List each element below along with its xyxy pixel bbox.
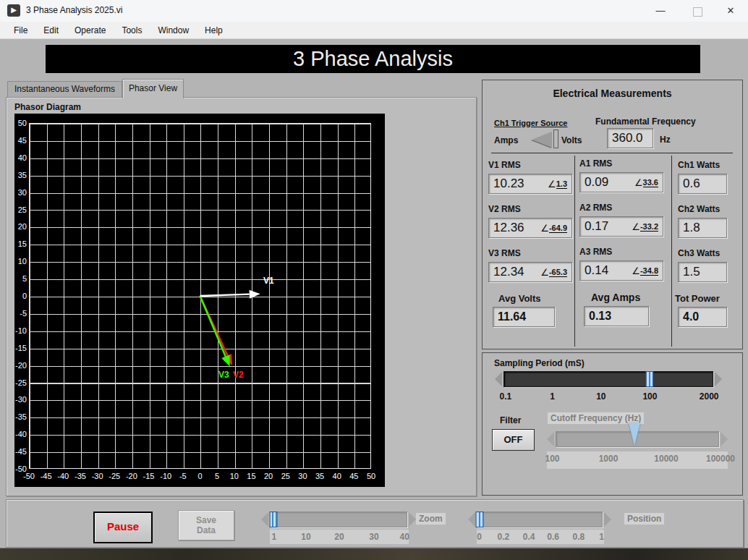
a1-rms-value: 0.09 ∠33.6 — [579, 172, 663, 192]
position-right-arrow-icon[interactable] — [604, 512, 611, 527]
y-tick-label: -15 — [14, 344, 27, 352]
cutoff-right-arrow-icon[interactable] — [721, 432, 728, 446]
zoom-right-arrow-icon[interactable] — [409, 512, 416, 527]
menu-window[interactable]: Window — [151, 24, 195, 37]
y-tick-label: -40 — [14, 430, 27, 438]
zoom-slider-handle[interactable] — [269, 512, 277, 527]
y-tick-label: 40 — [14, 153, 27, 162]
v3-rms-value: 12.34 ∠-65.3 — [488, 262, 572, 282]
position-left-arrow-icon[interactable] — [468, 512, 475, 527]
a2-rms-value: 0.17 ∠-33.2 — [579, 216, 663, 237]
angle-display: ∠1.3 — [548, 179, 567, 189]
trigger-amps-label: Amps — [494, 135, 518, 145]
tick-label: 20 — [334, 532, 344, 542]
tick-label: 10000 — [654, 454, 678, 464]
menu-operate[interactable]: Operate — [68, 24, 112, 37]
y-tick-label: 10 — [14, 257, 27, 266]
maximize-icon[interactable] — [693, 7, 702, 17]
y-tick-label: 45 — [14, 136, 27, 145]
sampling-slider-handle[interactable] — [646, 371, 654, 387]
v3-rms-label: V3 RMS — [488, 248, 521, 258]
y-tick-label: 0 — [14, 292, 27, 300]
v1-rms-value: 10.23 ∠1.3 — [488, 174, 572, 194]
zoom-slider-track[interactable] — [270, 512, 407, 527]
tick-label: 40 — [400, 532, 409, 542]
angle-display: ∠-64.9 — [540, 224, 567, 233]
tick-label: 2000 — [700, 391, 719, 402]
filter-off-button[interactable]: OFF — [492, 429, 535, 451]
cutoff-slider-track[interactable] — [556, 431, 719, 447]
zoom-label: Zoom — [416, 513, 446, 525]
trigger-source-label: Ch1 Trigger Source — [494, 119, 567, 127]
tab-phasor-view[interactable]: Phasor View — [122, 79, 184, 98]
filter-label: Filter — [500, 415, 521, 425]
sampling-left-arrow-icon[interactable] — [495, 372, 502, 386]
avg-volts-label: Avg Volts — [498, 293, 541, 304]
tick-label: 10 — [596, 391, 605, 402]
pause-button[interactable]: Pause — [93, 512, 153, 543]
tick-label: 0.2 — [498, 532, 510, 542]
title-bar: ▶ 3 Phase Analysis 2025.vi — ✕ — [0, 0, 748, 22]
tick-label: 1 — [599, 532, 604, 542]
y-tick-label: -35 — [14, 412, 27, 421]
angle-icon: ∠ — [540, 268, 549, 277]
y-tick-label: -20 — [14, 361, 27, 370]
save-data-button[interactable]: Save Data — [178, 510, 234, 540]
y-tick-label: -25 — [14, 378, 27, 387]
angle-icon: ∠ — [632, 267, 640, 276]
v1-rms-label: V1 RMS — [488, 160, 521, 170]
a2-rms-label: A2 RMS — [579, 203, 612, 213]
tab-instantaneous-waveforms[interactable]: Instantaneous Waveforms — [7, 81, 122, 98]
menu-edit[interactable]: Edit — [37, 24, 65, 37]
y-tick-label: -45 — [14, 447, 27, 456]
close-icon[interactable]: ✕ — [715, 0, 747, 22]
phasor-v1-label: V1 — [263, 276, 274, 286]
footer-bar: Pause Save Data 110203040 Zoom 00.20.40.… — [6, 499, 744, 548]
divider — [671, 156, 672, 347]
labview-app-icon: ▶ — [7, 4, 20, 17]
position-slider-track[interactable] — [477, 512, 603, 527]
tick-label: 0.6 — [547, 532, 559, 542]
phasor-v3-vector — [200, 296, 226, 357]
phasor-v2-label: V2 — [233, 370, 244, 380]
y-tick-label: -10 — [14, 326, 27, 335]
phasor-v1-arrowhead-icon — [250, 290, 260, 299]
menu-help[interactable]: Help — [198, 24, 229, 37]
tick-label: 0.8 — [572, 532, 585, 542]
v2-rms-label: V2 RMS — [488, 204, 521, 214]
tick-label: 0.1 — [500, 391, 512, 402]
position-slider-handle[interactable] — [476, 512, 484, 527]
cutoff-slider-handle[interactable] — [629, 423, 640, 446]
x-tick-label: 50 — [361, 472, 381, 480]
y-tick-label: 35 — [14, 171, 27, 179]
tick-label: 10 — [301, 532, 310, 542]
a3-rms-value: 0.14 ∠-34.8 — [579, 260, 663, 281]
ch3-watts-label: Ch3 Watts — [678, 248, 720, 258]
ch2-watts-label: Ch2 Watts — [678, 204, 720, 214]
trigger-switch-handle[interactable] — [553, 130, 558, 148]
avg-amps-value: 0.13 — [584, 306, 649, 326]
angle-icon: ∠ — [548, 180, 556, 189]
ch2-watts-value: 1.8 — [678, 218, 727, 238]
minimize-icon[interactable]: — — [645, 0, 676, 22]
sampling-right-arrow-icon[interactable] — [715, 372, 722, 386]
menu-tools[interactable]: Tools — [115, 24, 148, 37]
tick-label: 30 — [369, 532, 378, 542]
ch1-watts-label: Ch1 Watts — [678, 160, 720, 170]
y-tick-label: 25 — [14, 205, 27, 214]
angle-display: ∠-65.3 — [540, 268, 567, 277]
divider — [574, 156, 575, 347]
desktop-background — [0, 548, 748, 560]
y-tick-label: 20 — [14, 222, 27, 231]
angle-icon: ∠ — [540, 224, 549, 233]
a3-rms-label: A3 RMS — [579, 247, 612, 257]
y-tick-label: 5 — [14, 274, 27, 283]
tick-label: 100 — [642, 391, 657, 402]
cutoff-left-arrow-icon[interactable] — [547, 432, 554, 446]
tot-power-label: Tot Power — [675, 293, 720, 304]
menu-file[interactable]: File — [7, 24, 34, 37]
y-tick-label: -5 — [14, 309, 27, 318]
sampling-slider-track[interactable] — [503, 371, 713, 387]
zoom-left-arrow-icon[interactable] — [261, 512, 268, 527]
trigger-switch-toggle[interactable] — [532, 132, 552, 148]
